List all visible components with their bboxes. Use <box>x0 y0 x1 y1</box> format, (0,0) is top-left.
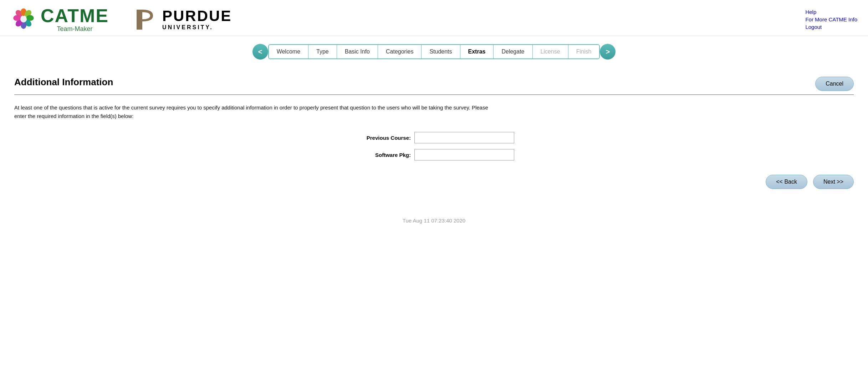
previous-course-input[interactable] <box>414 132 514 143</box>
software-pkg-input[interactable] <box>414 149 514 160</box>
page-title: Additional Information <box>14 77 113 88</box>
previous-course-row: Previous Course: <box>354 132 514 143</box>
back-button[interactable]: << Back <box>766 175 807 189</box>
footer-timestamp: Tue Aug 11 07:23:40 2020 <box>0 210 868 234</box>
cancel-button[interactable]: Cancel <box>815 77 854 91</box>
svg-point-7 <box>13 15 21 21</box>
catme-flower-icon <box>11 6 36 32</box>
wizard-step-basic-info[interactable]: Basic Info <box>337 45 378 58</box>
description-text: At least one of the questions that is ac… <box>14 103 496 121</box>
previous-course-label: Previous Course: <box>354 135 411 141</box>
purdue-sub: UNIVERSITY. <box>162 24 232 31</box>
wizard-step-delegate[interactable]: Delegate <box>494 45 532 58</box>
purdue-p-icon <box>134 8 159 31</box>
purdue-text-block: PURDUE UNIVERSITY. <box>162 8 232 31</box>
catme-title: CATME <box>41 6 109 25</box>
wizard-step-extras[interactable]: Extras <box>460 45 494 58</box>
main-content: Additional Information Cancel At least o… <box>0 66 868 210</box>
wizard-step-students[interactable]: Students <box>422 45 460 58</box>
bottom-buttons: << Back Next >> <box>14 175 854 189</box>
page-header: CATME Team-Maker PURDUE UNIVERSITY. Help… <box>0 0 868 36</box>
catme-info-link[interactable]: For More CATME Info <box>805 16 857 22</box>
wizard-next-arrow[interactable]: > <box>600 44 616 60</box>
catme-logo: CATME Team-Maker <box>11 6 109 32</box>
wizard-nav: < Welcome Type Basic Info Categories Stu… <box>0 36 868 66</box>
page-header-row: Additional Information Cancel <box>14 77 854 91</box>
catme-text-block: CATME Team-Maker <box>41 6 109 32</box>
section-divider <box>14 94 854 95</box>
wizard-step-welcome[interactable]: Welcome <box>269 45 308 58</box>
software-pkg-row: Software Pkg: <box>354 149 514 160</box>
next-button[interactable]: Next >> <box>813 175 854 189</box>
wizard-prev-arrow[interactable]: < <box>252 44 268 60</box>
help-link[interactable]: Help <box>805 9 857 15</box>
svg-rect-9 <box>137 10 142 30</box>
logout-link[interactable]: Logout <box>805 24 857 30</box>
wizard-step-license[interactable]: License <box>533 45 568 58</box>
svg-point-8 <box>20 16 27 22</box>
form-area: Previous Course: Software Pkg: <box>14 132 854 160</box>
header-nav: Help For More CATME Info Logout <box>805 9 857 30</box>
purdue-name: PURDUE <box>162 8 232 24</box>
software-pkg-label: Software Pkg: <box>354 152 411 158</box>
catme-subtitle: Team-Maker <box>41 26 109 32</box>
wizard-step-categories[interactable]: Categories <box>378 45 422 58</box>
wizard-steps: Welcome Type Basic Info Categories Stude… <box>268 44 600 59</box>
purdue-logo: PURDUE UNIVERSITY. <box>134 8 232 31</box>
wizard-step-type[interactable]: Type <box>308 45 337 58</box>
wizard-step-finish[interactable]: Finish <box>568 45 599 58</box>
